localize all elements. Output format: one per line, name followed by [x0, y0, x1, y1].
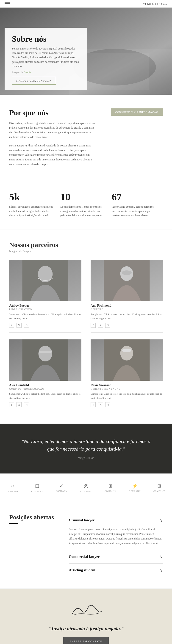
instagram-icon-2[interactable]: ◻ [105, 323, 110, 328]
stat-number-2: 10 [60, 191, 104, 203]
facebook-icon-2[interactable]: f [90, 323, 96, 328]
svg-rect-3 [80, 54, 149, 90]
instagram-icon[interactable]: ◻ [24, 323, 29, 328]
instagram-icon-3[interactable]: ◻ [24, 402, 29, 407]
svg-point-14 [122, 348, 132, 352]
svg-point-13 [120, 346, 133, 360]
partner-name-4: Roxie Swanson [90, 384, 163, 387]
logo-item-1[interactable]: ○ COMPANY [7, 483, 18, 493]
chevron-down-icon-commercial: ∨ [160, 554, 163, 559]
freepik-link[interactable]: freepik [24, 71, 31, 74]
stat-number-3: 67 [112, 191, 156, 203]
partner-role-2: GERENTE [90, 308, 163, 310]
partner-name-3: Alex Grinfield [9, 384, 82, 387]
positions-left: Posições abertas [9, 514, 60, 577]
menu-icon[interactable] [4, 2, 10, 5]
stat-item-2: 10 Locais domésticos. Temos escritórios … [60, 191, 112, 218]
partner-social-1: f 𝕏 ◻ [9, 323, 82, 328]
partners-subtitle: Imagens de Freepik [9, 250, 163, 253]
why-us-left: Por que nós Diversidade, inclusão e igua… [9, 108, 96, 170]
consult-button[interactable]: MARQUE UMA CONSULTA [12, 77, 56, 84]
accordion-header-criminal[interactable]: Criminal lawyer ∨ [69, 514, 163, 527]
facebook-icon-3[interactable]: f [9, 402, 14, 407]
partner-image-2 [90, 260, 163, 301]
stat-text-2: Locais domésticos. Temos escritórios em … [60, 205, 104, 218]
stat-item-1: 5k Sócios, advogados, assistentes jurídi… [9, 191, 60, 218]
twitter-icon[interactable]: 𝕏 [16, 323, 22, 328]
partner-role-4: GERENTE DE VENDAS [90, 388, 163, 390]
contact-button[interactable]: ENTRAR EM CONTATO [63, 637, 109, 644]
accordion-item-articling: Articling student ∨ [69, 564, 163, 577]
signature-svg [68, 602, 104, 618]
twitter-icon-2[interactable]: 𝕏 [98, 323, 103, 328]
phone-number: +1 (234) 567-8910 [143, 2, 168, 6]
stat-text-3: Parcerias no exterior. Temos parceiros i… [112, 205, 156, 218]
partner-photo-2 [90, 260, 163, 301]
partner-social-2: f 𝕏 ◻ [90, 323, 163, 328]
positions-divider [9, 523, 18, 524]
partners-section: Nossos parceiros Imagens de Freepik Jeff… [0, 230, 172, 424]
signature [9, 602, 163, 621]
logo-label-6: COMPANY [129, 490, 140, 492]
partners-title: Nossos parceiros [9, 241, 163, 249]
partner-desc-1: Sample text. Click to select the text bo… [9, 312, 82, 320]
stat-item-3: 67 Parcerias no exterior. Temos parceiro… [112, 191, 163, 218]
partner-desc-4: Sample text. Click to select the text bo… [90, 392, 163, 400]
more-info-button[interactable]: CONSULTE MAIS INFORMAÇÃO [111, 108, 163, 116]
partner-divider-2 [90, 332, 163, 332]
partner-desc-2: Sample text. Click to select the text bo… [90, 312, 163, 320]
accordion-item-commercial: Commercial lawyer ∨ [69, 550, 163, 564]
accordion-header-commercial[interactable]: Commercial lawyer ∨ [69, 550, 163, 563]
accordion-title-articling: Articling student [69, 568, 96, 572]
hero-title: Sobre nós [12, 34, 80, 44]
twitter-icon-4[interactable]: 𝕏 [98, 402, 103, 407]
accordion-header-articling[interactable]: Articling student ∨ [69, 564, 163, 577]
instagram-icon-4[interactable]: ◻ [105, 402, 110, 407]
partner-desc-3: Sample text. Click to select the text bo… [9, 392, 82, 400]
why-us-paragraph2: Nossa equipe jurídica reflete a diversid… [9, 143, 96, 166]
logo-label-7: COMPANY [154, 490, 165, 492]
svg-point-5 [38, 266, 53, 282]
accordion-content-criminal: Answer: Lorem ipsum dolor sit amet, cons… [69, 527, 163, 546]
why-us-paragraph1: Diversidade, inclusão e igualdade são ex… [9, 121, 96, 140]
logo-item-5[interactable]: ⊞ COMPANY [104, 483, 116, 492]
logo-icon-5: ⊞ [108, 483, 112, 488]
hero-section: Sobre nós Somos um escritório de advocac… [0, 8, 172, 95]
accordion-title-commercial: Commercial lawyer [69, 554, 100, 559]
logo-item-7[interactable]: ⊞ COMPANY [154, 483, 165, 492]
partner-card-1: Jeffrey Brown LÍDER CRIATIVO Sample text… [9, 260, 82, 332]
footer-section: "Justiça atrasada é justiça negada." ENT… [0, 589, 172, 644]
logo-item-3[interactable]: ✓ COMPANY [56, 483, 68, 492]
svg-point-10 [38, 346, 52, 362]
logo-label-5: COMPANY [104, 490, 116, 492]
positions-right: Criminal lawyer ∨ Answer: Lorem ipsum do… [69, 514, 163, 577]
accordion-body-criminal: Answer: Lorem ipsum dolor sit amet, cons… [69, 527, 163, 550]
twitter-icon-3[interactable]: 𝕏 [16, 402, 22, 407]
partner-divider-3 [9, 412, 82, 412]
accordion-item-criminal: Criminal lawyer ∨ Answer: Lorem ipsum do… [69, 514, 163, 550]
footer-quote: "Justiça atrasada é justiça negada." [9, 626, 163, 632]
partner-image-4 [90, 340, 163, 381]
partner-image-3 [9, 340, 82, 381]
logo-item-4[interactable]: ◎ COMPANY [80, 483, 92, 493]
logo-icon-2: □ [36, 483, 39, 489]
stat-number-1: 5k [9, 191, 54, 203]
logos-section: ○ COMPANY □ COMPANY ✓ COMPANY ◎ COMPANY … [0, 474, 172, 502]
facebook-icon[interactable]: f [9, 323, 14, 328]
logo-item-2[interactable]: □ COMPANY [31, 483, 43, 493]
positions-section: Posições abertas Criminal lawyer ∨ Answe… [0, 502, 172, 589]
partner-social-4: f 𝕏 ◻ [90, 402, 163, 407]
partner-divider-4 [90, 412, 163, 412]
hero-description: Somos um escritório de advocacia global … [12, 46, 80, 68]
partner-photo-4 [90, 340, 163, 381]
stats-section: 5k Sócios, advogados, assistentes jurídi… [0, 182, 172, 230]
logo-item-6[interactable]: ⚡ COMPANY [129, 483, 140, 492]
quote-text: "Na Libra, entendemos a importância da c… [18, 438, 154, 453]
logo-label-4: COMPANY [80, 490, 92, 493]
why-us-section: Por que nós Diversidade, inclusão e igua… [0, 95, 172, 182]
partner-card-4: Roxie Swanson GERENTE DE VENDAS Sample t… [90, 340, 163, 412]
hero-image-credit: Imagem de freepik [12, 71, 80, 74]
facebook-icon-4[interactable]: f [90, 402, 96, 407]
chevron-down-icon-criminal: ∨ [160, 518, 163, 523]
chevron-down-icon-articling: ∨ [160, 568, 163, 573]
